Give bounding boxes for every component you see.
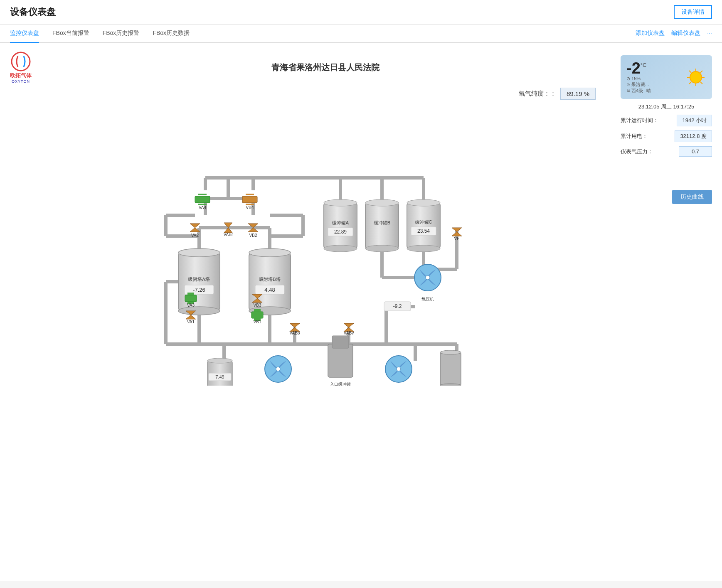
purity-label: 氧气纯度：： xyxy=(519,90,556,98)
more-btn[interactable]: ··· xyxy=(707,30,712,37)
diagram-title: 青海省果洛州达日县人民法院 xyxy=(38,62,612,73)
pressure-row: 仪表气压力： 0.7 xyxy=(621,146,712,157)
svg-line-142 xyxy=(700,71,702,73)
svg-text:入口缓冲罐: 入口缓冲罐 xyxy=(330,382,351,386)
history-curve-button[interactable]: 历史曲线 xyxy=(672,190,712,204)
svg-text:7.49: 7.49 xyxy=(215,374,224,379)
svg-text:-7.26: -7.26 xyxy=(193,287,205,293)
svg-marker-131 xyxy=(452,232,462,236)
nav-actions: 添加仪表盘 编辑仪表盘 ··· xyxy=(636,30,712,37)
svg-rect-65 xyxy=(407,203,440,248)
tab-fbox-history-data[interactable]: FBox历史数据 xyxy=(153,25,190,43)
pressure-value: 0.7 xyxy=(679,146,712,157)
diagram-area: 欧拓气体 OXYTON 青海省果洛州达日县人民法院 氧气纯度：： 89.19 %… xyxy=(10,51,612,386)
svg-marker-124 xyxy=(290,323,300,327)
svg-text:VB4: VB4 xyxy=(246,205,254,210)
info-panel: -2 °C ⊙ 15% ⊙ 果洛藏... ≋ 西4级 晴 xyxy=(621,51,712,204)
svg-text:VB3: VB3 xyxy=(253,303,261,308)
purity-row: 氧气纯度：： 89.19 % xyxy=(10,88,612,100)
svg-text:VABb: VABb xyxy=(289,331,300,335)
svg-text:氧压机: 氧压机 xyxy=(421,297,434,301)
svg-text:VB2: VB2 xyxy=(249,233,257,238)
svg-rect-61 xyxy=(365,203,399,248)
svg-point-72 xyxy=(207,358,232,363)
svg-marker-127 xyxy=(344,323,354,327)
svg-text:VA4: VA4 xyxy=(198,205,206,210)
sun-icon xyxy=(685,67,706,88)
svg-text:VF: VF xyxy=(454,236,459,241)
svg-rect-55 xyxy=(324,203,357,248)
svg-point-44 xyxy=(178,248,220,257)
svg-rect-78 xyxy=(332,336,349,348)
svg-marker-101 xyxy=(190,224,200,228)
svg-text:缓冲罐B: 缓冲罐B xyxy=(373,220,390,225)
svg-text:缓冲罐A: 缓冲罐A xyxy=(332,220,349,225)
svg-line-140 xyxy=(689,71,691,73)
logo-icon xyxy=(10,51,31,72)
nav-tabs: 监控仪表盘 FBox当前报警 FBox历史报警 FBox历史数据 xyxy=(10,25,190,42)
power-row: 累计用电： 32112.8 度 xyxy=(621,130,712,142)
datetime: 23.12.05 周二 16:17:25 xyxy=(621,103,712,111)
svg-marker-121 xyxy=(254,309,261,312)
runtime-label: 累计运行时间： xyxy=(621,117,658,124)
svg-rect-43 xyxy=(178,253,220,311)
svg-point-62 xyxy=(365,199,399,206)
svg-rect-80 xyxy=(440,352,461,386)
edit-dashboard-btn[interactable]: 编辑仪表盘 xyxy=(671,30,700,37)
svg-point-85 xyxy=(426,276,430,280)
svg-line-141 xyxy=(700,82,702,84)
svg-point-88 xyxy=(276,367,280,371)
svg-marker-118 xyxy=(186,315,196,319)
nav-bar: 监控仪表盘 FBox当前报警 FBox历史报警 FBox历史数据 添加仪表盘 编… xyxy=(0,25,722,43)
purity-value: 89.19 % xyxy=(560,88,596,100)
svg-rect-77 xyxy=(328,344,353,377)
weather-unit: °C xyxy=(641,62,647,68)
logo: 欧拓气体 OXYTON xyxy=(10,51,32,84)
svg-text:23.54: 23.54 xyxy=(417,228,429,234)
pressure-label: 仪表气压力： xyxy=(621,148,653,155)
svg-text:VA2: VA2 xyxy=(191,233,199,238)
tab-fbox-history-alarm[interactable]: FBox历史报警 xyxy=(103,25,140,43)
svg-text:VABv: VABv xyxy=(343,331,353,335)
svg-rect-97 xyxy=(242,196,257,203)
weather-temp: -2 xyxy=(626,60,641,76)
svg-line-143 xyxy=(689,82,691,84)
svg-rect-120 xyxy=(251,312,263,318)
svg-text:22.89: 22.89 xyxy=(334,229,346,235)
svg-point-135 xyxy=(690,71,702,83)
svg-point-91 xyxy=(397,367,401,371)
svg-marker-130 xyxy=(452,228,462,232)
svg-point-56 xyxy=(324,199,357,206)
logo-text-en: OXYTON xyxy=(12,79,30,84)
main-content: 欧拓气体 OXYTON 青海省果洛州达日县人民法院 氧气纯度：： 89.19 %… xyxy=(0,43,722,581)
weather-widget: -2 °C ⊙ 15% ⊙ 果洛藏... ≋ 西4级 晴 xyxy=(621,55,712,99)
svg-point-57 xyxy=(324,245,357,252)
svg-rect-110 xyxy=(185,295,197,302)
tab-monitor[interactable]: 监控仪表盘 xyxy=(10,25,39,43)
svg-marker-94 xyxy=(198,194,207,195)
tab-fbox-alarm[interactable]: FBox当前报警 xyxy=(52,25,89,43)
svg-point-81 xyxy=(440,350,461,354)
svg-text:吸附塔B塔: 吸附塔B塔 xyxy=(259,277,280,282)
svg-text:吸附塔A塔: 吸附塔A塔 xyxy=(188,277,209,282)
weather-wind: ≋ 西4级 xyxy=(626,88,643,94)
weather-humidity: ⊙ 15% xyxy=(626,76,651,81)
svg-rect-93 xyxy=(195,196,210,203)
svg-marker-111 xyxy=(187,293,194,295)
svg-text:-9.2: -9.2 xyxy=(393,303,402,309)
svg-marker-98 xyxy=(246,194,254,195)
process-diagram: .pipe { stroke: #aaa; stroke-width: 8; f… xyxy=(141,103,482,386)
add-dashboard-btn[interactable]: 添加仪表盘 xyxy=(636,30,665,37)
svg-text:VB1: VB1 xyxy=(253,320,261,324)
page-title: 设备仪表盘 xyxy=(10,6,56,18)
weather-info: -2 °C ⊙ 15% ⊙ 果洛藏... ≋ 西4级 晴 xyxy=(626,60,651,94)
detail-button[interactable]: 设备详情 xyxy=(674,5,712,19)
power-value: 32112.8 度 xyxy=(675,130,712,142)
svg-point-0 xyxy=(12,52,30,71)
svg-text:VA1: VA1 xyxy=(187,320,195,324)
svg-text:VA3: VA3 xyxy=(187,303,195,308)
weather-condition: 晴 xyxy=(646,88,651,94)
logo-text-cn: 欧拓气体 xyxy=(10,72,32,79)
svg-point-67 xyxy=(407,245,440,252)
power-label: 累计用电： xyxy=(621,133,648,140)
